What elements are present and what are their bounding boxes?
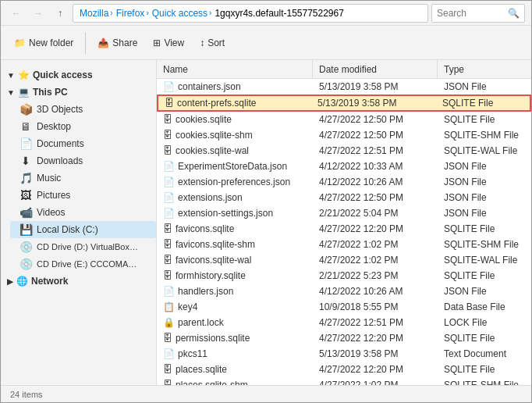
- file-name-cell: 📋key4: [157, 299, 313, 315]
- desktop-icon: 🖥: [20, 120, 32, 133]
- network-icon: 🌐: [16, 276, 28, 287]
- videos-icon: 📹: [20, 206, 32, 219]
- table-row[interactable]: 📄extension-preferences.json4/12/2022 10:…: [157, 174, 531, 190]
- file-icon: 🗄: [163, 380, 172, 385]
- file-date-cell: 4/27/2022 12:20 PM: [313, 330, 438, 346]
- table-row[interactable]: 📄handlers.json4/12/2022 10:26 AMJSON Fil…: [157, 284, 531, 299]
- file-name-cell: 📄extension-preferences.json: [157, 174, 313, 190]
- table-row[interactable]: 🗄places.sqlite-shm4/27/2022 1:02 PMSQLIT…: [157, 377, 531, 385]
- music-icon: 🎵: [20, 172, 32, 184]
- view-button[interactable]: ⊞ View: [146, 30, 191, 55]
- file-name-cell: 🗄favicons.sqlite-wal: [157, 252, 313, 268]
- table-row[interactable]: 📄containers.json5/13/2019 3:58 PMJSON Fi…: [157, 79, 531, 95]
- file-icon: 🗄: [163, 223, 172, 234]
- up-button[interactable]: ↑: [51, 4, 69, 23]
- file-date-cell: 4/27/2022 12:50 PM: [313, 112, 438, 127]
- file-type-cell: SQLITE File: [438, 330, 531, 346]
- nav-buttons: ← → ↑: [7, 4, 69, 23]
- file-type-cell: JSON File: [438, 205, 531, 221]
- file-type-cell: SQLITE File: [436, 96, 530, 110]
- sidebar-network-header[interactable]: ▶ 🌐 Network: [1, 273, 156, 290]
- table-row[interactable]: 📄ExperimentStoreData.json4/12/2022 10:33…: [157, 159, 531, 174]
- share-button[interactable]: 📤 Share: [90, 30, 144, 55]
- file-icon: 📄: [163, 286, 175, 297]
- table-row[interactable]: 🗄favicons.sqlite-shm4/27/2022 1:02 PMSQL…: [157, 237, 531, 252]
- file-date-cell: 4/27/2022 12:50 PM: [313, 190, 438, 205]
- table-row[interactable]: 🗄formhistory.sqlite2/21/2022 5:23 PMSQLI…: [157, 268, 531, 284]
- table-row[interactable]: 🗄permissions.sqlite4/27/2022 12:20 PMSQL…: [157, 330, 531, 346]
- file-date-cell: 4/27/2022 12:51 PM: [313, 315, 438, 330]
- file-date-cell: 2/21/2022 5:23 PM: [313, 268, 438, 284]
- sidebar-item-videos[interactable]: 📹 Videos: [10, 204, 156, 221]
- sidebar-item-cd-drive-d[interactable]: 💿 CD Drive (D:) VirtualBox Guest A: [10, 238, 156, 255]
- back-button[interactable]: ←: [7, 4, 26, 23]
- sidebar-item-cd-drive-e[interactable]: 💿 CD Drive (E:) CCCOMA_X64FRE_: [10, 255, 156, 273]
- search-box[interactable]: 🔍: [431, 4, 525, 23]
- sidebar-item-3d-objects[interactable]: 📦 3D Objects: [10, 101, 156, 118]
- address-bar[interactable]: Mozilla › Firefox › Quick access › 1gqxy…: [73, 4, 428, 23]
- table-row[interactable]: 📋key410/9/2018 5:55 PMData Base File: [157, 299, 531, 315]
- table-row[interactable]: 🗄cookies.sqlite-wal4/27/2022 12:51 PMSQL…: [157, 143, 531, 159]
- table-row[interactable]: 🗄cookies.sqlite4/27/2022 12:50 PMSQLITE …: [157, 112, 531, 127]
- file-type-cell: JSON File: [438, 284, 531, 299]
- sidebar: ▼ ⭐ Quick access ▼ 💻 This PC 📦 3D Object…: [1, 60, 157, 385]
- address-segment-profile-dir[interactable]: 1gqxyr4s.default-15577522967: [215, 8, 343, 19]
- search-input[interactable]: [437, 8, 508, 19]
- table-row[interactable]: 🗄cookies.sqlite-shm4/27/2022 12:50 PMSQL…: [157, 127, 531, 143]
- col-type[interactable]: Type: [438, 60, 531, 78]
- file-name-cell: 🗄favicons.sqlite-shm: [157, 237, 313, 252]
- table-row[interactable]: 📄pkcs115/13/2019 3:58 PMText Document: [157, 346, 531, 362]
- title-bar: ← → ↑ Mozilla › Firefox › Quick access ›…: [1, 1, 531, 26]
- file-type-cell: SQLITE File: [438, 221, 531, 237]
- sidebar-item-local-disk-c[interactable]: 💾 Local Disk (C:): [10, 221, 156, 238]
- address-segment-mozilla[interactable]: Mozilla ›: [80, 8, 113, 19]
- forward-button[interactable]: →: [29, 4, 48, 23]
- pictures-icon: 🖼: [20, 189, 32, 202]
- file-icon: 🗄: [163, 364, 172, 375]
- table-row[interactable]: 🗄favicons.sqlite4/27/2022 12:20 PMSQLITE…: [157, 221, 531, 237]
- main-area: ▼ ⭐ Quick access ▼ 💻 This PC 📦 3D Object…: [1, 60, 531, 385]
- file-icon: 📄: [163, 348, 175, 359]
- file-icon: 🗄: [163, 145, 172, 156]
- file-date-cell: 4/12/2022 10:33 AM: [313, 159, 438, 174]
- file-date-cell: 2/21/2022 5:04 PM: [313, 205, 438, 221]
- file-list-header: Name Date modified Type: [157, 60, 531, 79]
- sidebar-item-documents[interactable]: 📄 Documents: [10, 135, 156, 152]
- sort-button[interactable]: ↕ Sort: [193, 30, 232, 55]
- file-name-cell: 🗄places.sqlite: [157, 362, 313, 377]
- 3d-objects-icon: 📦: [20, 103, 32, 116]
- search-icon: 🔍: [508, 8, 520, 19]
- chevron-down-icon-2: ▼: [7, 88, 15, 97]
- table-row[interactable]: 🗄content-prefs.sqlite5/13/2019 3:58 PMSQ…: [157, 95, 531, 112]
- table-row[interactable]: 🔒parent.lock4/27/2022 12:51 PMLOCK File: [157, 315, 531, 330]
- file-type-cell: SQLITE-SHM File: [438, 377, 531, 385]
- col-name[interactable]: Name: [157, 60, 313, 78]
- quick-access-icon: ⭐: [18, 70, 30, 80]
- file-type-cell: Text Document: [438, 346, 531, 362]
- sidebar-item-music[interactable]: 🎵 Music: [10, 169, 156, 187]
- documents-icon: 📄: [20, 137, 32, 150]
- file-type-cell: LOCK File: [438, 315, 531, 330]
- sidebar-item-desktop[interactable]: 🖥 Desktop: [10, 118, 156, 135]
- sidebar-item-downloads[interactable]: ⬇ Downloads: [10, 152, 156, 169]
- sidebar-this-pc-header[interactable]: ▼ 💻 This PC: [1, 84, 156, 101]
- file-name-cell: 📄pkcs11: [157, 346, 313, 362]
- table-row[interactable]: 📄extension-settings.json2/21/2022 5:04 P…: [157, 205, 531, 221]
- new-folder-button[interactable]: 📁 New folder: [7, 30, 80, 55]
- this-pc-icon: 💻: [18, 87, 30, 98]
- col-date-modified[interactable]: Date modified: [313, 60, 438, 78]
- sidebar-quick-access-header[interactable]: ▼ ⭐ Quick access: [1, 66, 156, 84]
- address-segment-profiles[interactable]: Quick access ›: [152, 8, 212, 19]
- table-row[interactable]: 🗄favicons.sqlite-wal4/27/2022 1:02 PMSQL…: [157, 252, 531, 268]
- sidebar-item-pictures[interactable]: 🖼 Pictures: [10, 187, 156, 204]
- file-icon: 🗄: [163, 130, 172, 141]
- table-row[interactable]: 📄extensions.json4/27/2022 12:50 PMJSON F…: [157, 190, 531, 205]
- file-date-cell: 4/27/2022 1:02 PM: [313, 237, 438, 252]
- file-type-cell: SQLITE File: [438, 112, 531, 127]
- file-icon: 📄: [163, 161, 175, 172]
- file-name-cell: 🗄cookies.sqlite-shm: [157, 127, 313, 143]
- table-row[interactable]: 🗄places.sqlite4/27/2022 12:20 PMSQLITE F…: [157, 362, 531, 377]
- address-segment-firefox[interactable]: Firefox ›: [116, 8, 149, 19]
- file-icon: 📄: [163, 192, 175, 203]
- file-icon: 📄: [163, 177, 175, 187]
